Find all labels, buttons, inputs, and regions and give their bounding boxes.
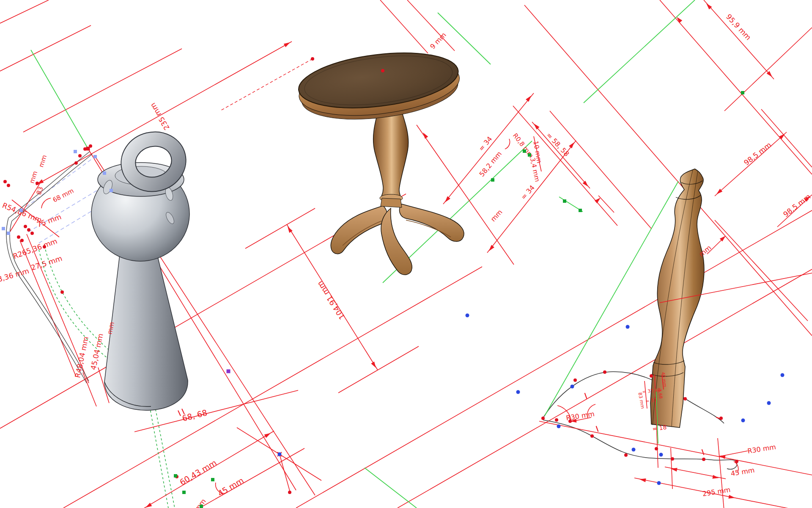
- constrained-point[interactable]: [182, 491, 186, 494]
- construction-point[interactable]: [7, 232, 10, 235]
- sketch-point-red[interactable]: [27, 228, 30, 232]
- dimension-line[interactable]: [718, 438, 724, 508]
- sketch-point-red[interactable]: [541, 417, 545, 420]
- dimension-line[interactable]: [443, 93, 534, 204]
- sketch-point-blue[interactable]: [466, 314, 469, 318]
- dimension-label[interactable]: 45 mm: [730, 466, 755, 478]
- construction-curve-dashed[interactable]: [149, 402, 168, 508]
- dimension-label[interactable]: 27,5 mm: [30, 254, 63, 272]
- dimension-label[interactable]: 83 mm: [637, 392, 646, 409]
- sketch-point-blue[interactable]: [557, 425, 561, 428]
- sketch-point-red[interactable]: [43, 245, 46, 248]
- dimension-label[interactable]: 68, 68: [181, 408, 208, 423]
- constrained-point[interactable]: [491, 178, 494, 182]
- dimension-line[interactable]: [715, 220, 808, 321]
- sketch-point-blue[interactable]: [741, 419, 745, 422]
- sketch-point-red[interactable]: [650, 374, 653, 378]
- construction-point[interactable]: [110, 189, 113, 192]
- sketch-point-blue[interactable]: [781, 373, 785, 377]
- sketch-point-red[interactable]: [568, 420, 572, 423]
- dimension-line[interactable]: [513, 106, 617, 226]
- sketch-point-red[interactable]: [30, 232, 34, 235]
- sketch-point-blue[interactable]: [632, 448, 636, 452]
- sketch-point-red[interactable]: [381, 69, 384, 72]
- dimension-label[interactable]: 45,04 mm: [89, 333, 105, 370]
- sketch-point-red[interactable]: [603, 370, 606, 374]
- sketch-point-red[interactable]: [3, 180, 7, 183]
- sketch-origin-point[interactable]: [86, 147, 90, 151]
- dimension-line[interactable]: [0, 0, 49, 23]
- dimension-label[interactable]: = 37: [645, 398, 657, 404]
- dimension-label[interactable]: mm: [489, 208, 504, 223]
- sketch-point-red[interactable]: [719, 417, 723, 420]
- sketch-point-red[interactable]: [288, 491, 291, 494]
- sketch-point-red[interactable]: [74, 161, 78, 165]
- constrained-point[interactable]: [563, 199, 566, 203]
- dimension-line[interactable]: [761, 109, 812, 167]
- dimension-label[interactable]: = 34: [477, 135, 494, 152]
- sketch-point-red[interactable]: [7, 184, 10, 187]
- sketch-point-red[interactable]: [671, 457, 674, 461]
- construction-point[interactable]: [2, 227, 5, 230]
- dimension-line[interactable]: [245, 208, 315, 248]
- dimension-label[interactable]: = 34: [519, 184, 536, 202]
- sketch-point-red[interactable]: [683, 397, 687, 400]
- sketch-point-red[interactable]: [735, 460, 738, 463]
- dimension-line[interactable]: [724, 28, 812, 111]
- construction-point[interactable]: [103, 171, 106, 175]
- sketch-point-red[interactable]: [655, 447, 658, 450]
- external-geometry-point[interactable]: [227, 370, 230, 373]
- dimension-line[interactable]: [704, 0, 774, 79]
- sketch-point-red[interactable]: [60, 290, 64, 294]
- leg-profile-spline[interactable]: [543, 420, 737, 469]
- sketch-point-blue[interactable]: [659, 453, 663, 457]
- constrained-point[interactable]: [200, 505, 203, 508]
- dimension-line[interactable]: [550, 111, 651, 229]
- pawn-weight-model[interactable]: [91, 125, 192, 410]
- sketch-point-blue[interactable]: [278, 453, 282, 456]
- cad-viewport[interactable]: mmmm8368 mmR54,86 mm75 mmR265,36 mm27,5 …: [0, 0, 812, 508]
- dimension-label[interactable]: R48,04 mm: [73, 336, 90, 378]
- dimension-label[interactable]: = 18: [652, 424, 667, 433]
- dimension-line[interactable]: [598, 196, 614, 213]
- dimension-label[interactable]: = 58, 58: [545, 131, 571, 158]
- sketch-point-blue[interactable]: [626, 325, 630, 329]
- sketch-point-red[interactable]: [17, 235, 20, 239]
- dimension-label[interactable]: 68 mm: [52, 187, 75, 204]
- sketch-axis-line[interactable]: [584, 0, 695, 103]
- radius-dimension-arc[interactable]: [41, 198, 51, 208]
- constrained-point[interactable]: [741, 91, 744, 94]
- dimension-leader-dashed[interactable]: [220, 59, 313, 111]
- sketch-point-red[interactable]: [590, 434, 594, 438]
- dimension-label[interactable]: 60,43 mm: [178, 458, 218, 487]
- sketch-point-blue[interactable]: [657, 481, 661, 485]
- constrained-point[interactable]: [174, 474, 177, 478]
- dimension-line[interactable]: [296, 210, 812, 508]
- dimension-label[interactable]: mm: [37, 154, 48, 168]
- construction-point[interactable]: [19, 209, 23, 212]
- sketch-point-blue[interactable]: [516, 390, 520, 394]
- constrained-point[interactable]: [579, 209, 582, 212]
- sketch-point-red[interactable]: [702, 458, 705, 461]
- constrained-point[interactable]: [211, 478, 214, 481]
- dimension-label[interactable]: 98,5 mm: [742, 141, 773, 167]
- dimension-line[interactable]: [380, 0, 428, 53]
- dimension-line[interactable]: [36, 41, 292, 185]
- sketch-point-blue[interactable]: [571, 385, 574, 389]
- dimension-line[interactable]: [0, 25, 91, 71]
- sketch-point-red[interactable]: [78, 154, 82, 157]
- dimension-label[interactable]: 235 mm: [148, 102, 171, 132]
- sketch-point-red[interactable]: [24, 225, 27, 228]
- radius-dimension-arc[interactable]: [505, 139, 510, 149]
- dimension-line[interactable]: [417, 125, 514, 265]
- sketch-point-red[interactable]: [573, 378, 577, 382]
- dimension-line[interactable]: [83, 373, 96, 406]
- sketch-point-red[interactable]: [555, 418, 558, 422]
- dimension-label[interactable]: 104,91 mm: [315, 279, 346, 321]
- sketch-point-red[interactable]: [311, 57, 314, 61]
- constrained-point[interactable]: [523, 149, 526, 153]
- sketch-point-red[interactable]: [624, 453, 628, 457]
- sketch-point-red[interactable]: [20, 239, 24, 242]
- sketch-axis-line[interactable]: [31, 50, 88, 149]
- constrained-point[interactable]: [528, 153, 531, 157]
